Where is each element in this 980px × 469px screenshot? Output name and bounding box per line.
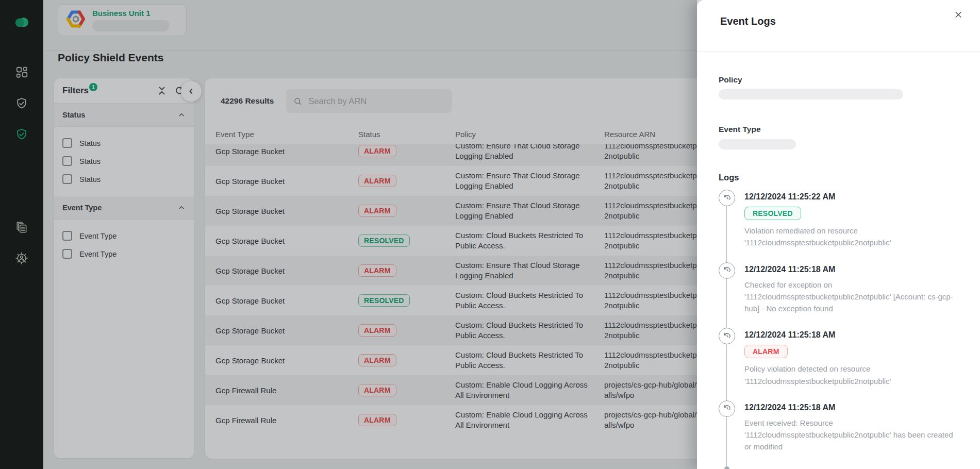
close-button[interactable]	[951, 7, 966, 22]
log-message: Policy violation detected on resource '1…	[744, 363, 959, 387]
logs-timeline: 12/12/2024 11:25:22 AM RESOLVED Violatio…	[719, 190, 959, 469]
log-message: Checked for exception on '1112cloudmsspt…	[744, 279, 959, 315]
log-entry: 12/12/2024 11:25:22 AM RESOLVED Violatio…	[719, 190, 959, 262]
timeline-end-dot	[724, 466, 729, 469]
log-status-badge: ALARM	[744, 345, 788, 358]
log-status-badge: RESOLVED	[744, 207, 801, 220]
history-icon	[719, 400, 735, 417]
log-message: Event received: Resource '1112cloudmsspt…	[744, 417, 959, 453]
app-root: Business Unit 1 Policy Shield Events Fil…	[0, 0, 980, 469]
log-entry: 12/12/2024 11:25:18 AM Event received: R…	[719, 400, 959, 466]
event-type-skeleton	[719, 139, 796, 149]
event-type-field-label: Event Type	[719, 125, 959, 134]
history-icon	[719, 262, 735, 279]
log-entry: 12/12/2024 11:25:18 AM Checked for excep…	[719, 262, 959, 328]
drawer-header: Event Logs	[697, 0, 980, 52]
history-icon	[719, 190, 735, 206]
event-logs-drawer: Event Logs Policy Event Type Logs	[697, 0, 980, 469]
log-timestamp: 12/12/2024 11:25:18 AM	[744, 400, 959, 412]
log-timestamp: 12/12/2024 11:25:18 AM	[744, 328, 959, 340]
history-icon	[719, 328, 735, 344]
drawer-body: Policy Event Type Logs	[697, 75, 980, 469]
log-timestamp: 12/12/2024 11:25:18 AM	[744, 262, 959, 274]
close-icon	[954, 9, 962, 20]
logs-section-label: Logs	[719, 173, 959, 182]
policy-skeleton	[719, 89, 903, 99]
policy-field-label: Policy	[719, 75, 959, 85]
log-timestamp: 12/12/2024 11:25:22 AM	[744, 190, 959, 202]
log-message: Violation remediated on resource '1112cl…	[744, 225, 959, 249]
modal-backdrop[interactable]	[0, 0, 697, 469]
drawer-title: Event Logs	[720, 15, 776, 27]
log-entry: 12/12/2024 11:25:18 AM ALARM Policy viol…	[719, 328, 959, 400]
log-entries: 12/12/2024 11:25:22 AM RESOLVED Violatio…	[719, 190, 959, 466]
